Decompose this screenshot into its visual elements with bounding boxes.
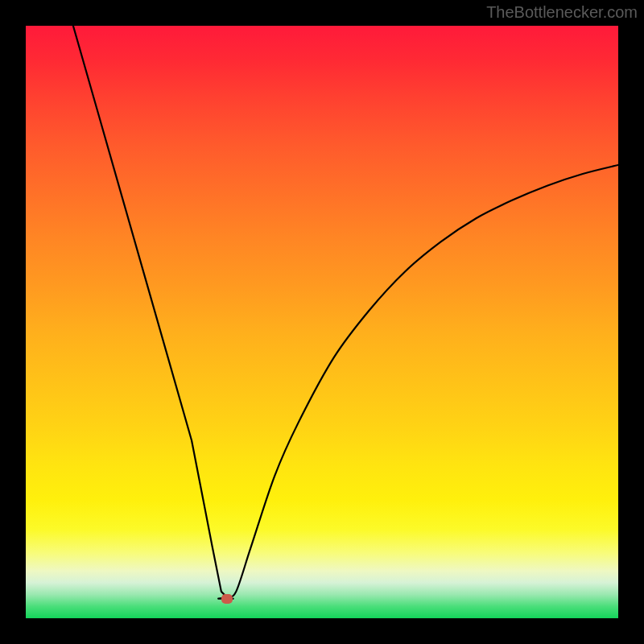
bottleneck-curve xyxy=(73,26,618,599)
plot-area xyxy=(26,26,618,618)
watermark-text: TheBottlenecker.com xyxy=(486,3,638,22)
optimal-marker xyxy=(221,594,233,604)
curve-svg xyxy=(26,26,618,618)
chart-container: TheBottlenecker.com xyxy=(0,0,644,644)
